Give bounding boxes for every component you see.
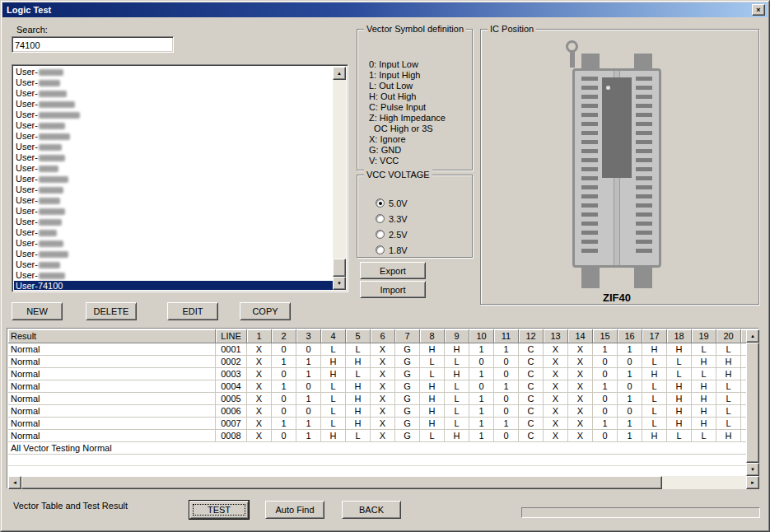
redacted-text	[39, 230, 57, 236]
header-cell-pin: 9	[445, 329, 469, 343]
cell-result: Normal	[8, 343, 216, 356]
zif-pin-slots-left	[581, 77, 598, 258]
list-item[interactable]: User-	[14, 152, 333, 163]
list-item[interactable]: User-	[14, 259, 333, 270]
cell-vector-value: C	[519, 356, 544, 368]
header-cell-pin: 11	[494, 329, 519, 343]
import-button[interactable]: Import	[360, 281, 426, 298]
new-button[interactable]: NEW	[12, 302, 63, 320]
scroll-left-icon[interactable]: ◄	[8, 476, 21, 489]
table-row[interactable]: Normal0004X10LHXGHL01CXX10LHHL0	[8, 380, 746, 393]
symbol-definition-line: X: Ignore	[369, 134, 446, 145]
list-item[interactable]: User-	[14, 195, 333, 206]
list-item[interactable]: User-	[14, 227, 333, 238]
list-item[interactable]: User-	[14, 163, 333, 174]
scroll-down-icon[interactable]: ▼	[746, 463, 759, 476]
list-item-prefix: User-	[16, 270, 38, 280]
user-list[interactable]: User-User-User-User-User-User-User-User-…	[12, 64, 348, 292]
list-item[interactable]: User-	[14, 131, 333, 142]
scrollbar-thumb[interactable]	[746, 343, 759, 463]
redacted-text	[39, 251, 68, 258]
search-input[interactable]: 74100	[12, 36, 174, 53]
list-item[interactable]: User-	[14, 249, 333, 259]
zif-socket-body	[572, 68, 661, 268]
auto-find-button[interactable]: Auto Find	[265, 501, 324, 519]
radio-icon	[376, 245, 385, 254]
vcc-option-5.0V[interactable]: 5.0V	[376, 195, 408, 211]
table-row[interactable]: Normal0008X01HLXGLH10CXX01HLLH0	[8, 430, 746, 442]
cell-vector-value: H	[445, 343, 469, 356]
table-row[interactable]: Normal0001X00LLXGHH11CXX11HHLL0	[8, 343, 746, 356]
cell-vector-value: L	[445, 356, 469, 368]
list-item[interactable]: User-	[14, 67, 333, 77]
table-row[interactable]: Normal0005X01LHXGHL10CXX01LHHL0	[8, 393, 746, 405]
table-row[interactable]: Normal0006X00LHXGHL10CXX00LHHL0	[8, 405, 746, 418]
cell-vector-value: L	[445, 418, 469, 430]
vector-table: ResultLINE123456789101112131415161718192…	[7, 328, 759, 489]
header-cell-pin: 14	[568, 329, 593, 343]
cell-vector-value: H	[692, 405, 716, 418]
cell-line: 0008	[216, 430, 247, 442]
vcc-option-2.5V[interactable]: 2.5V	[376, 226, 408, 242]
table-vscroll[interactable]: ▲ ▼	[746, 329, 759, 476]
list-scrollbar[interactable]: ▲ ▼	[333, 67, 346, 290]
list-item[interactable]: User-	[14, 110, 333, 120]
list-item-prefix: User-	[16, 142, 38, 152]
close-button[interactable]: ×	[752, 4, 765, 16]
list-item[interactable]: User-	[14, 217, 333, 227]
cell-vector-value: L	[346, 430, 371, 442]
cell-vector-value: H	[716, 368, 741, 380]
test-button[interactable]: TEST	[189, 501, 249, 519]
table-row[interactable]: Normal0003X01HLXGLH10CXX01HLLH0	[8, 368, 746, 380]
list-item[interactable]: User-	[14, 238, 333, 249]
export-button[interactable]: Export	[360, 262, 426, 279]
cell-vector-value: L	[667, 356, 692, 368]
cell-line: 0002	[216, 356, 247, 368]
list-item[interactable]: User-	[14, 270, 333, 281]
vcc-option-3.3V[interactable]: 3.3V	[376, 211, 408, 226]
cell-vector-value: H	[420, 405, 445, 418]
redacted-text	[39, 123, 65, 129]
list-item[interactable]: User-	[14, 77, 333, 88]
zif-lever-stem	[570, 51, 575, 68]
table-row[interactable]: Normal0007X11LHXGHL11CXX11LHHL0	[8, 418, 746, 430]
cell-vector-value: X	[544, 430, 568, 442]
scroll-up-icon[interactable]: ▲	[333, 67, 346, 80]
list-item[interactable]: User-	[14, 120, 333, 131]
title-bar[interactable]: Logic Test ×	[2, 2, 768, 17]
copy-button[interactable]: COPY	[240, 302, 291, 320]
back-button[interactable]: BACK	[342, 501, 401, 519]
list-item[interactable]: User-	[14, 174, 333, 184]
scrollbar-thumb[interactable]	[21, 476, 662, 489]
list-item[interactable]: User-	[14, 184, 333, 195]
cell-vector-value: 0	[469, 356, 494, 368]
list-item[interactable]: User-	[14, 88, 333, 99]
cell-vector-value: H	[667, 343, 692, 356]
vcc-option-1.8V[interactable]: 1.8V	[376, 242, 408, 258]
list-item-prefix: User-	[16, 227, 38, 237]
cell-vector-value: 1	[618, 393, 642, 405]
cell-vector-value: 0	[618, 380, 642, 393]
list-item-prefix: User-	[16, 67, 38, 77]
cell-vector-value: X	[247, 393, 272, 405]
list-item[interactable]: User-	[14, 206, 333, 217]
edit-button[interactable]: EDIT	[167, 302, 218, 320]
scroll-up-icon[interactable]: ▲	[746, 329, 759, 343]
scroll-right-icon[interactable]: ►	[746, 476, 759, 489]
cell-vector-value: 0	[296, 343, 321, 356]
scrollbar-thumb[interactable]	[333, 259, 346, 277]
cell-vector-value: 1	[272, 380, 296, 393]
list-item[interactable]: User-74100	[14, 281, 333, 290]
table-row[interactable]: Normal0002X11HHXGLL00CXX00LLHH0	[8, 356, 746, 368]
header-cell-pin: 7	[395, 329, 420, 343]
list-item[interactable]: User-	[14, 99, 333, 110]
table-hscroll[interactable]: ◄ ►	[8, 476, 759, 489]
cell-vector-value: 1	[272, 356, 296, 368]
zif-foot-left	[581, 268, 600, 288]
list-item[interactable]: User-	[14, 142, 333, 152]
cell-vector-value: X	[544, 393, 568, 405]
cell-vector-value: 0	[593, 430, 618, 442]
redacted-text	[39, 69, 63, 76]
delete-button[interactable]: DELETE	[86, 302, 137, 320]
scroll-down-icon[interactable]: ▼	[333, 277, 346, 290]
